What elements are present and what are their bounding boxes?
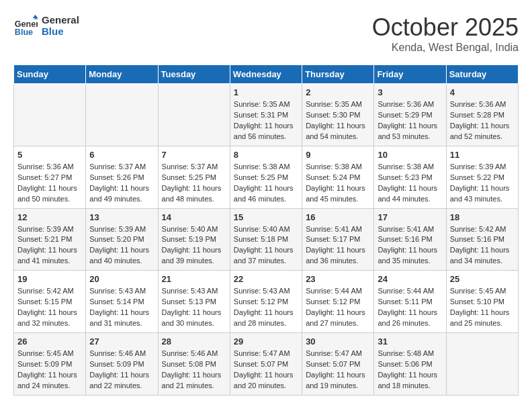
calendar-cell: 29Sunrise: 5:47 AMSunset: 5:07 PMDayligh… xyxy=(230,333,302,396)
day-number: 22 xyxy=(234,274,298,284)
calendar-cell: 19Sunrise: 5:42 AMSunset: 5:15 PMDayligh… xyxy=(14,271,86,333)
calendar-body: 1Sunrise: 5:35 AMSunset: 5:31 PMDaylight… xyxy=(14,84,519,396)
calendar-cell: 1Sunrise: 5:35 AMSunset: 5:31 PMDaylight… xyxy=(230,84,302,146)
day-number: 27 xyxy=(89,336,154,347)
calendar-cell: 11Sunrise: 5:39 AMSunset: 5:22 PMDayligh… xyxy=(446,146,518,208)
day-number: 19 xyxy=(17,274,82,284)
weekday-header: Saturday xyxy=(446,65,518,84)
calendar-cell: 5Sunrise: 5:36 AMSunset: 5:27 PMDaylight… xyxy=(14,146,86,208)
calendar-cell: 16Sunrise: 5:41 AMSunset: 5:17 PMDayligh… xyxy=(302,208,374,271)
cell-info: Sunrise: 5:35 AMSunset: 5:30 PMDaylight:… xyxy=(306,99,370,142)
calendar-cell: 8Sunrise: 5:38 AMSunset: 5:25 PMDaylight… xyxy=(230,146,302,208)
cell-info: Sunrise: 5:48 AMSunset: 5:06 PMDaylight:… xyxy=(378,349,442,392)
cell-info: Sunrise: 5:47 AMSunset: 5:07 PMDaylight:… xyxy=(306,349,370,392)
calendar-week-row: 1Sunrise: 5:35 AMSunset: 5:31 PMDaylight… xyxy=(14,84,519,146)
calendar-cell: 28Sunrise: 5:46 AMSunset: 5:08 PMDayligh… xyxy=(158,333,230,396)
day-number: 16 xyxy=(306,212,370,222)
calendar-cell: 23Sunrise: 5:44 AMSunset: 5:12 PMDayligh… xyxy=(302,271,374,333)
calendar-cell: 6Sunrise: 5:37 AMSunset: 5:26 PMDaylight… xyxy=(86,146,158,208)
weekday-header: Friday xyxy=(374,65,446,84)
title-block: October 2025 Kenda, West Bengal, India xyxy=(372,13,519,54)
day-number: 31 xyxy=(378,336,442,347)
cell-info: Sunrise: 5:39 AMSunset: 5:20 PMDaylight:… xyxy=(89,224,154,267)
day-number: 23 xyxy=(306,274,370,284)
calendar-cell: 9Sunrise: 5:38 AMSunset: 5:24 PMDaylight… xyxy=(302,146,374,208)
day-number: 1 xyxy=(234,87,298,97)
weekday-header: Monday xyxy=(86,65,158,84)
calendar-cell: 17Sunrise: 5:41 AMSunset: 5:16 PMDayligh… xyxy=(374,208,446,271)
day-number: 11 xyxy=(450,150,515,160)
cell-info: Sunrise: 5:45 AMSunset: 5:10 PMDaylight:… xyxy=(450,286,515,329)
location-subtitle: Kenda, West Bengal, India xyxy=(372,42,519,54)
calendar-table: SundayMondayTuesdayWednesdayThursdayFrid… xyxy=(13,64,519,396)
cell-info: Sunrise: 5:42 AMSunset: 5:15 PMDaylight:… xyxy=(17,286,82,329)
calendar-cell: 10Sunrise: 5:38 AMSunset: 5:23 PMDayligh… xyxy=(374,146,446,208)
month-title: October 2025 xyxy=(372,13,519,42)
day-number: 3 xyxy=(378,87,442,97)
calendar-cell xyxy=(86,84,158,146)
day-number: 18 xyxy=(450,212,515,222)
weekday-header: Sunday xyxy=(14,65,86,84)
day-number: 29 xyxy=(234,336,298,347)
day-number: 21 xyxy=(162,274,226,284)
calendar-week-row: 5Sunrise: 5:36 AMSunset: 5:27 PMDaylight… xyxy=(14,146,519,208)
day-number: 20 xyxy=(89,274,154,284)
day-number: 14 xyxy=(162,212,226,222)
calendar-cell: 13Sunrise: 5:39 AMSunset: 5:20 PMDayligh… xyxy=(86,208,158,271)
day-number: 24 xyxy=(378,274,442,284)
cell-info: Sunrise: 5:46 AMSunset: 5:09 PMDaylight:… xyxy=(89,349,154,392)
calendar-cell: 22Sunrise: 5:43 AMSunset: 5:12 PMDayligh… xyxy=(230,271,302,333)
day-number: 28 xyxy=(162,336,226,347)
cell-info: Sunrise: 5:36 AMSunset: 5:27 PMDaylight:… xyxy=(17,162,82,205)
calendar-cell: 14Sunrise: 5:40 AMSunset: 5:19 PMDayligh… xyxy=(158,208,230,271)
calendar-cell: 3Sunrise: 5:36 AMSunset: 5:29 PMDaylight… xyxy=(374,84,446,146)
cell-info: Sunrise: 5:46 AMSunset: 5:08 PMDaylight:… xyxy=(162,349,226,392)
day-number: 12 xyxy=(17,212,82,222)
cell-info: Sunrise: 5:38 AMSunset: 5:24 PMDaylight:… xyxy=(306,162,370,205)
logo-icon: General Blue xyxy=(13,13,38,38)
calendar-cell xyxy=(158,84,230,146)
cell-info: Sunrise: 5:43 AMSunset: 5:13 PMDaylight:… xyxy=(162,286,226,329)
cell-info: Sunrise: 5:41 AMSunset: 5:17 PMDaylight:… xyxy=(306,224,370,267)
weekday-header: Tuesday xyxy=(158,65,230,84)
day-number: 25 xyxy=(450,274,515,284)
cell-info: Sunrise: 5:39 AMSunset: 5:21 PMDaylight:… xyxy=(17,224,82,267)
logo-text-blue: Blue xyxy=(42,26,79,37)
calendar-cell: 27Sunrise: 5:46 AMSunset: 5:09 PMDayligh… xyxy=(86,333,158,396)
calendar-cell xyxy=(14,84,86,146)
cell-info: Sunrise: 5:43 AMSunset: 5:12 PMDaylight:… xyxy=(234,286,298,329)
day-number: 6 xyxy=(89,150,154,160)
calendar-cell: 26Sunrise: 5:45 AMSunset: 5:09 PMDayligh… xyxy=(14,333,86,396)
day-number: 5 xyxy=(17,150,82,160)
cell-info: Sunrise: 5:37 AMSunset: 5:26 PMDaylight:… xyxy=(89,162,154,205)
svg-text:Blue: Blue xyxy=(15,28,33,37)
day-number: 4 xyxy=(450,87,515,97)
calendar-cell: 12Sunrise: 5:39 AMSunset: 5:21 PMDayligh… xyxy=(14,208,86,271)
cell-info: Sunrise: 5:38 AMSunset: 5:23 PMDaylight:… xyxy=(378,162,442,205)
cell-info: Sunrise: 5:44 AMSunset: 5:12 PMDaylight:… xyxy=(306,286,370,329)
calendar-week-row: 12Sunrise: 5:39 AMSunset: 5:21 PMDayligh… xyxy=(14,208,519,271)
day-number: 9 xyxy=(306,150,370,160)
calendar-cell: 30Sunrise: 5:47 AMSunset: 5:07 PMDayligh… xyxy=(302,333,374,396)
day-number: 8 xyxy=(234,150,298,160)
cell-info: Sunrise: 5:41 AMSunset: 5:16 PMDaylight:… xyxy=(378,224,442,267)
cell-info: Sunrise: 5:40 AMSunset: 5:18 PMDaylight:… xyxy=(234,224,298,267)
cell-info: Sunrise: 5:35 AMSunset: 5:31 PMDaylight:… xyxy=(234,99,298,142)
cell-info: Sunrise: 5:45 AMSunset: 5:09 PMDaylight:… xyxy=(17,349,82,392)
calendar-week-row: 26Sunrise: 5:45 AMSunset: 5:09 PMDayligh… xyxy=(14,333,519,396)
calendar-week-row: 19Sunrise: 5:42 AMSunset: 5:15 PMDayligh… xyxy=(14,271,519,333)
calendar-cell: 15Sunrise: 5:40 AMSunset: 5:18 PMDayligh… xyxy=(230,208,302,271)
weekday-header: Wednesday xyxy=(230,65,302,84)
day-number: 2 xyxy=(306,87,370,97)
calendar-cell: 7Sunrise: 5:37 AMSunset: 5:25 PMDaylight… xyxy=(158,146,230,208)
calendar-cell: 24Sunrise: 5:44 AMSunset: 5:11 PMDayligh… xyxy=(374,271,446,333)
calendar-cell: 20Sunrise: 5:43 AMSunset: 5:14 PMDayligh… xyxy=(86,271,158,333)
cell-info: Sunrise: 5:44 AMSunset: 5:11 PMDaylight:… xyxy=(378,286,442,329)
day-number: 15 xyxy=(234,212,298,222)
calendar-cell: 4Sunrise: 5:36 AMSunset: 5:28 PMDaylight… xyxy=(446,84,518,146)
cell-info: Sunrise: 5:43 AMSunset: 5:14 PMDaylight:… xyxy=(89,286,154,329)
cell-info: Sunrise: 5:47 AMSunset: 5:07 PMDaylight:… xyxy=(234,349,298,392)
weekday-header: Thursday xyxy=(302,65,374,84)
cell-info: Sunrise: 5:37 AMSunset: 5:25 PMDaylight:… xyxy=(162,162,226,205)
calendar-cell: 2Sunrise: 5:35 AMSunset: 5:30 PMDaylight… xyxy=(302,84,374,146)
